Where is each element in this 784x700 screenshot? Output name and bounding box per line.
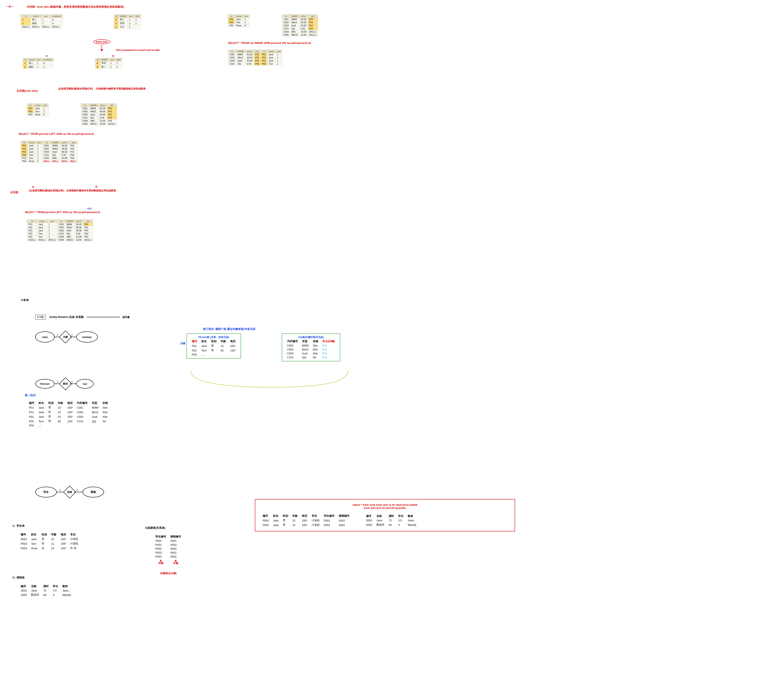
th: 年龄: [49, 532, 58, 537]
td: P01: [27, 405, 37, 410]
th: 课程编号: [168, 534, 183, 539]
td: P01: [27, 229, 37, 232]
er-person-car: Person 1 购买 n Car: [35, 379, 93, 388]
td: 40.00: [245, 59, 254, 62]
er-box-group: E-R图 Entity-Relation 实体-关系图 值对象: [35, 315, 130, 320]
td: P01: [254, 56, 261, 59]
td: 1: [134, 22, 141, 25]
inner-sql: SELECT * FROM car INNER JOIN person2 ON …: [228, 42, 311, 45]
td: S001: [337, 518, 352, 523]
th: 电话: [300, 513, 310, 518]
td: C004: [57, 238, 65, 242]
td: Audi: [90, 414, 100, 419]
th: pid: [254, 50, 261, 53]
th: id: [228, 15, 235, 18]
left-result: idnamesexidNAMEpricepid P01Jack1C001BMW5…: [21, 141, 78, 163]
td: 1: [276, 56, 282, 59]
td: C002: [228, 56, 236, 59]
th: 价格: [311, 339, 320, 343]
td: QQ: [300, 355, 311, 359]
td: P02: [21, 153, 28, 157]
td: 23: [56, 414, 65, 419]
td: 1: [47, 235, 57, 238]
td: 1: [276, 53, 282, 56]
td: 男: [46, 419, 56, 423]
td: 10.00: [60, 157, 69, 160]
td: 50.00: [98, 107, 107, 110]
td: Audi: [300, 352, 311, 355]
td: Audi: [290, 24, 299, 27]
arrow-line: [102, 45, 102, 49]
td: 1: [36, 61, 42, 65]
td: 22: [290, 523, 300, 527]
th: id: [261, 50, 267, 53]
th: sex: [36, 58, 42, 61]
th: name: [34, 104, 42, 107]
td: BMW: [300, 343, 311, 348]
td: C002: [42, 147, 51, 150]
td: 10.00: [98, 119, 107, 122]
td: 4: [114, 18, 119, 22]
td: NBnZ: [51, 147, 60, 150]
td: Jack: [267, 59, 276, 62]
td: 155*: [58, 537, 68, 542]
th: 电话: [228, 339, 238, 343]
td: 男: [46, 410, 56, 414]
td: P01: [107, 110, 117, 113]
td: ABC: [51, 157, 60, 160]
td: QQ: [65, 232, 75, 235]
er-box: E-R图: [35, 315, 46, 320]
td: C003: [285, 352, 300, 355]
first-nf-table: 编号姓名性别年龄电话汽车编号车型价格 P01Jack男23155*C001BMW…: [27, 401, 110, 427]
td: 3: [396, 523, 406, 527]
th: 名称: [29, 584, 41, 588]
td: P001: [153, 539, 168, 543]
td: 155*: [65, 405, 75, 410]
td: P01: [83, 223, 93, 226]
td: 10.00: [75, 235, 83, 238]
td: 6: [95, 61, 100, 65]
td: P02: [27, 232, 37, 235]
td: [134, 25, 141, 29]
td: Audi: [65, 229, 75, 232]
td: ABC: [89, 119, 98, 122]
td: 2: [23, 65, 28, 69]
td: C001: [42, 144, 51, 147]
th: price: [245, 50, 254, 53]
th: price: [75, 220, 83, 223]
fk-label: 外键: [173, 562, 178, 565]
td: P02: [261, 62, 267, 65]
td: 30w: [311, 343, 320, 348]
entity-car: Car: [76, 379, 93, 388]
td: Tom: [28, 157, 36, 160]
td: P01: [254, 53, 261, 56]
td: P01: [261, 59, 267, 62]
td: Java: [374, 518, 387, 523]
td: 5w: [100, 419, 110, 423]
td: S001: [364, 518, 374, 523]
th: wife: [134, 15, 141, 18]
td: 40.00: [98, 113, 107, 116]
th: 教材: [60, 584, 73, 588]
td: 2: [128, 22, 134, 25]
td: Tom: [37, 232, 47, 235]
fk-link-curve: [187, 371, 356, 395]
td: 23: [56, 410, 65, 414]
td: (NULL): [21, 25, 31, 28]
td: S001: [168, 539, 183, 543]
td: C002: [282, 21, 290, 24]
td: 1: [243, 18, 249, 21]
td: ABCD: [89, 122, 98, 125]
inner-sql-result: idNAMEpricepididnamesex C001BMW50.00P01P…: [228, 50, 282, 65]
td: P01: [27, 414, 37, 419]
student-table-title: 1）学生表: [12, 524, 25, 528]
multi-table-heading: ※多表: [21, 298, 29, 302]
th: id: [27, 220, 37, 223]
td: 1: [47, 232, 57, 235]
td: C001: [285, 343, 300, 348]
td: QQ: [90, 419, 100, 423]
table-m: id NAME sex wife 4熊二22 6李四21 5王五2: [114, 15, 141, 29]
car-table-wrap: Car表(外键字段为冗余) 汽车编号车型价格车主(外键) C001BMW30wP…: [282, 333, 340, 362]
th: husband: [51, 15, 62, 18]
inner-join-badge: inner join: [93, 39, 110, 44]
